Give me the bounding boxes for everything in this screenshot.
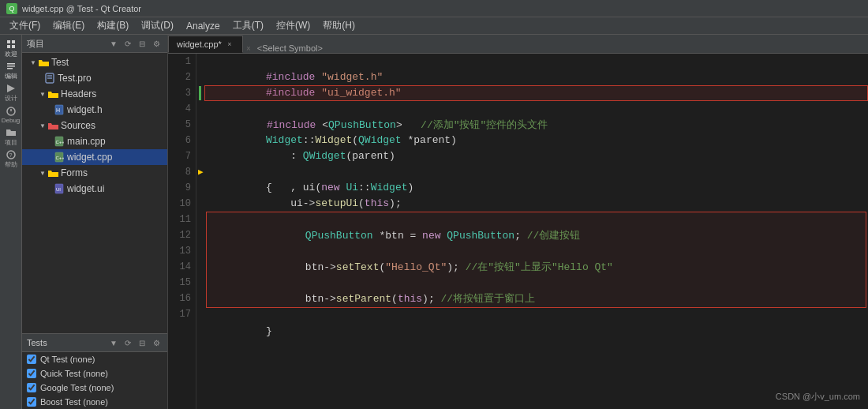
code-line-15: btn->setParent(this); //将按钮置于窗口上 bbox=[207, 276, 866, 291]
tree-label-testpro: Test.pro bbox=[58, 73, 92, 84]
menu-help[interactable]: 帮助(H) bbox=[316, 17, 361, 34]
tests-filter-btn[interactable]: ▼ bbox=[107, 336, 120, 349]
test-item-3[interactable]: Boost Test (none) bbox=[22, 395, 167, 409]
sidebar-help[interactable]: ? 帮助 bbox=[1, 148, 21, 169]
code-line-11: QPushButton *btn = new QPushButton; //创建… bbox=[207, 212, 866, 228]
ln-15: 15 bbox=[168, 275, 191, 291]
panel-toolbar: ▼ ⟳ ⊟ ⚙ bbox=[107, 37, 163, 50]
svg-rect-5 bbox=[7, 66, 15, 67]
ln-11: 11 bbox=[168, 212, 191, 227]
sidebar-design[interactable]: 设计 bbox=[1, 82, 21, 103]
test-checkbox-2[interactable] bbox=[27, 383, 36, 392]
editor-tabs: widget.cpp* × × <Select Symbol> bbox=[168, 35, 868, 54]
plain-17: } bbox=[266, 325, 272, 337]
tree-item-widget-h[interactable]: H widget.h bbox=[22, 102, 167, 118]
menu-edit[interactable]: 编辑(E) bbox=[47, 17, 91, 34]
code-line-9: ui->setupUi(this); bbox=[204, 180, 868, 196]
cpp-icon-widget: C++ bbox=[54, 152, 65, 163]
tree-item-sources[interactable]: ▼ Sources bbox=[22, 118, 167, 133]
tree-item-headers[interactable]: ▼ Headers bbox=[22, 86, 167, 102]
menu-controls[interactable]: 控件(W) bbox=[270, 17, 316, 34]
test-checkbox-0[interactable] bbox=[27, 355, 36, 364]
tree-arrow-test[interactable]: ▼ bbox=[28, 58, 38, 67]
tree-label-test: Test bbox=[51, 57, 69, 68]
folder-icon-forms bbox=[47, 167, 58, 178]
test-label-1: Quick Test (none) bbox=[40, 369, 108, 378]
sidebar-edit[interactable]: 编辑 bbox=[1, 60, 21, 81]
code-lines: #include "widget.h" #include "ui_widget.… bbox=[196, 54, 868, 409]
code-content[interactable]: 1 2 3 4 5 6 7 8 9 10 11 12 13 14 15 16 1… bbox=[168, 54, 868, 409]
code-line-7: ▶ , ui(new Ui::Widget) bbox=[204, 148, 868, 164]
test-checkbox-1[interactable] bbox=[27, 369, 36, 378]
test-item-1[interactable]: Quick Test (none) bbox=[22, 366, 167, 381]
svg-rect-4 bbox=[7, 63, 15, 65]
menu-analyze[interactable]: Analyze bbox=[180, 19, 226, 33]
test-item-0[interactable]: Qt Test (none) bbox=[22, 352, 167, 366]
tree-item-forms[interactable]: ▼ Forms bbox=[22, 165, 167, 181]
pro-icon bbox=[44, 73, 55, 84]
tree-item-widget-ui[interactable]: UI widget.ui bbox=[22, 181, 167, 197]
tree-label-main-cpp: main.cpp bbox=[67, 136, 106, 147]
ln-5: 5 bbox=[168, 117, 191, 133]
title-bar: Q widget.cpp @ Test - Qt Creator bbox=[0, 0, 868, 17]
menu-build[interactable]: 构建(B) bbox=[91, 17, 135, 34]
test-item-2[interactable]: Google Test (none) bbox=[22, 381, 167, 395]
filter-btn[interactable]: ▼ bbox=[107, 37, 120, 50]
ln-6: 6 bbox=[168, 133, 191, 148]
ln-4: 4 bbox=[168, 101, 191, 117]
menu-tools[interactable]: 工具(T) bbox=[226, 17, 270, 34]
sidebar-project-label: 项目 bbox=[5, 138, 17, 147]
tests-panel: Tests ▼ ⟳ ⊟ ⚙ Qt Test (none) Quick Test … bbox=[22, 333, 167, 409]
folder-icon-headers bbox=[47, 88, 58, 99]
menu-file[interactable]: 文件(F) bbox=[3, 17, 47, 34]
sidebar-welcome[interactable]: 欢迎 bbox=[1, 38, 21, 58]
svg-text:H: H bbox=[56, 107, 60, 113]
tree-arrow-sources[interactable]: ▼ bbox=[38, 121, 47, 130]
tests-settings-btn[interactable]: ⚙ bbox=[150, 336, 163, 349]
header-icon: H bbox=[54, 104, 65, 115]
ln-8: 8 bbox=[168, 164, 191, 180]
tab-select-symbol[interactable]: <Select Symbol> bbox=[254, 43, 326, 53]
code-line-12 bbox=[207, 228, 866, 244]
sidebar-edit-label: 编辑 bbox=[5, 72, 17, 81]
sidebar-icons: 欢迎 编辑 设计 Debug 项目 ? 帮助 bbox=[0, 35, 22, 409]
tab-widget-cpp-label: widget.cpp* bbox=[177, 39, 222, 49]
test-checkbox-3[interactable] bbox=[27, 397, 36, 407]
sidebar-debug[interactable]: Debug bbox=[1, 104, 21, 125]
title-text: widget.cpp @ Test - Qt Creator bbox=[22, 4, 141, 13]
menu-debug[interactable]: 调试(D) bbox=[135, 17, 180, 34]
sidebar-design-label: 设计 bbox=[5, 94, 17, 103]
code-box-region: QPushButton *btn = new QPushButton; //创建… bbox=[206, 212, 866, 308]
sidebar-project[interactable]: 项目 bbox=[1, 126, 21, 147]
sync-btn[interactable]: ⟳ bbox=[122, 37, 134, 50]
main-layout: 欢迎 编辑 设计 Debug 项目 ? 帮助 项目 ▼ ⟳ bbox=[0, 35, 868, 409]
tree-item-widget-cpp[interactable]: C++ widget.cpp bbox=[22, 149, 167, 165]
svg-rect-2 bbox=[7, 45, 10, 48]
project-panel-header: 项目 ▼ ⟳ ⊟ ⚙ bbox=[22, 35, 167, 53]
tab-widget-cpp-close[interactable]: × bbox=[225, 39, 234, 49]
tree-item-test[interactable]: ▼ Test bbox=[22, 54, 167, 70]
ln-1: 1 bbox=[168, 54, 191, 69]
ln-10: 10 bbox=[168, 196, 191, 212]
tree-arrow-headers[interactable]: ▼ bbox=[38, 89, 47, 99]
svg-rect-0 bbox=[7, 40, 10, 43]
tab-separator: × bbox=[243, 44, 254, 53]
ln-9: 9 bbox=[168, 180, 191, 196]
svg-text:C++: C++ bbox=[56, 140, 65, 144]
tests-sync-btn[interactable]: ⟳ bbox=[122, 336, 134, 349]
code-line-16 bbox=[207, 291, 866, 307]
code-line-5: Widget::Widget(QWidget *parent) bbox=[204, 117, 868, 133]
tree-item-testpro[interactable]: Test.pro bbox=[22, 70, 167, 86]
test-label-0: Qt Test (none) bbox=[40, 355, 95, 364]
tests-collapse-btn[interactable]: ⊟ bbox=[136, 336, 148, 349]
svg-text:UI: UI bbox=[56, 187, 61, 192]
collapse-btn[interactable]: ⊟ bbox=[136, 37, 148, 50]
ln-13: 13 bbox=[168, 243, 191, 259]
tree-arrow-forms[interactable]: ▼ bbox=[38, 168, 47, 178]
tab-widget-cpp[interactable]: widget.cpp* × bbox=[168, 36, 243, 53]
settings-btn[interactable]: ⚙ bbox=[150, 37, 163, 50]
tree-item-main-cpp[interactable]: C++ main.cpp bbox=[22, 133, 167, 149]
code-line-6: : QWidget(parent) bbox=[204, 133, 868, 148]
tree-label-sources: Sources bbox=[61, 120, 95, 131]
test-label-2: Google Test (none) bbox=[40, 383, 114, 392]
